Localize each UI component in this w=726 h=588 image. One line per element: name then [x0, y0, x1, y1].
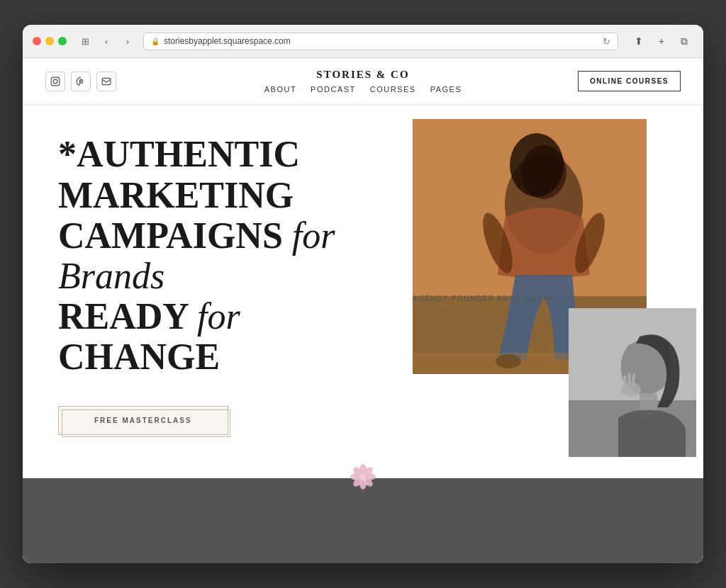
site-title-area: STORIES & CO ABOUT PODCAST COURSES PAGES: [264, 69, 462, 94]
share-icon[interactable]: ⬆: [630, 32, 648, 50]
svg-rect-3: [102, 78, 111, 84]
photo-caption: AGENCY FOUNDER ANNE GORAN: [413, 295, 555, 303]
browser-actions: ⬆ + ⧉: [630, 32, 693, 50]
headline-line1: *AUTHENTIC MARKETING: [58, 134, 300, 215]
instagram-icon[interactable]: [45, 72, 65, 91]
svg-rect-0: [51, 77, 60, 86]
page-footer-strip: [23, 478, 703, 563]
address-bar[interactable]: 🔒 storiesbyapplet.squarespace.com ↻: [143, 33, 618, 50]
svg-point-1: [53, 79, 57, 84]
online-courses-button[interactable]: ONLINE COURSES: [578, 71, 681, 91]
secondary-photo: [569, 308, 696, 457]
hero-right: AGENCY FOUNDER ANNE GORAN: [406, 105, 703, 478]
svg-point-8: [510, 133, 564, 197]
masterclass-button[interactable]: FREE MASTERCLASS: [58, 406, 228, 435]
site-header: STORIES & CO ABOUT PODCAST COURSES PAGES…: [23, 58, 703, 105]
svg-point-16: [621, 383, 641, 397]
headline-italic1: for Brands: [58, 215, 335, 296]
headline-line3: READY for CHANGE: [58, 296, 240, 377]
nav-courses[interactable]: COURSES: [370, 85, 416, 94]
minimize-button[interactable]: [45, 37, 54, 45]
hero-section: *AUTHENTIC MARKETING CAMPAIGNS for Brand…: [23, 105, 703, 478]
hero-left: *AUTHENTIC MARKETING CAMPAIGNS for Brand…: [23, 105, 406, 478]
pinterest-icon[interactable]: [71, 72, 91, 91]
secondary-photo-bg: [569, 308, 696, 457]
hero-headline: *AUTHENTIC MARKETING CAMPAIGNS for Brand…: [58, 134, 377, 377]
lock-icon: 🔒: [151, 38, 160, 45]
forward-button[interactable]: ›: [119, 33, 136, 50]
back-button[interactable]: ‹: [98, 33, 115, 50]
browser-chrome: ⊞ ‹ › 🔒 storiesbyapplet.squarespace.com …: [23, 25, 703, 58]
page-content: STORIES & CO ABOUT PODCAST COURSES PAGES…: [23, 58, 703, 563]
traffic-lights: [33, 37, 67, 45]
browser-controls: ⊞ ‹ ›: [77, 33, 136, 50]
maximize-button[interactable]: [58, 37, 67, 45]
nav-about[interactable]: ABOUT: [264, 85, 296, 94]
nav-pages[interactable]: PAGES: [430, 85, 462, 94]
social-icons: [45, 72, 116, 91]
headline-italic2: for: [197, 296, 240, 337]
site-title: STORIES & CO: [264, 69, 462, 81]
url-text: storiesbyapplet.squarespace.com: [164, 36, 291, 46]
close-button[interactable]: [33, 37, 41, 45]
browser-window: ⊞ ‹ › 🔒 storiesbyapplet.squarespace.com …: [23, 25, 703, 563]
add-tab-icon[interactable]: +: [652, 32, 671, 50]
site-nav: ABOUT PODCAST COURSES PAGES: [264, 85, 462, 94]
svg-point-2: [57, 79, 58, 79]
nav-podcast[interactable]: PODCAST: [311, 85, 356, 94]
tabs-icon[interactable]: ⧉: [675, 32, 693, 50]
refresh-icon[interactable]: ↻: [603, 36, 610, 47]
headline-line2: CAMPAIGNS for Brands: [58, 215, 335, 296]
email-icon[interactable]: [96, 72, 116, 91]
window-control-icon[interactable]: ⊞: [77, 33, 94, 50]
